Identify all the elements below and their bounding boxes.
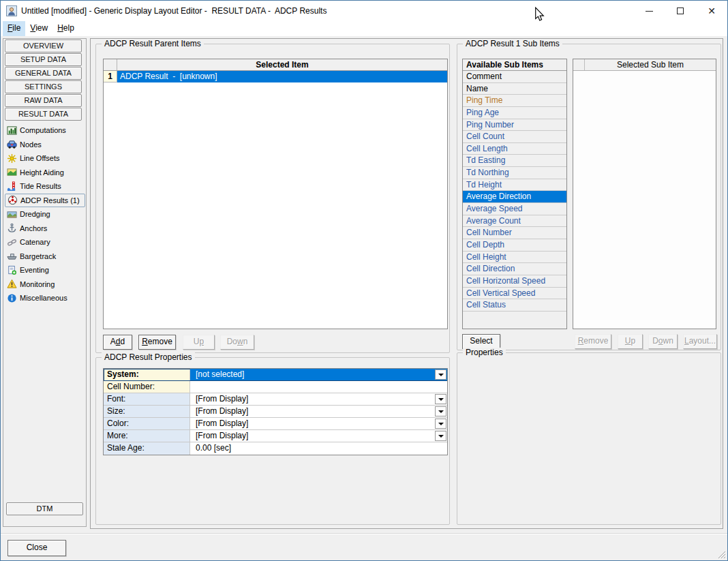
sub-item-cell-count[interactable]: Cell Count xyxy=(463,131,566,143)
footer-divider xyxy=(1,533,727,534)
property-value[interactable]: [not selected] xyxy=(190,369,447,380)
dropdown-button[interactable] xyxy=(435,431,446,441)
tide-results-icon xyxy=(7,181,17,192)
sidebar-section-settings[interactable]: SETTINGS xyxy=(5,80,82,93)
sidebar-section-setup-data[interactable]: SETUP DATA xyxy=(5,53,82,66)
sub-item-cell-vertical-speed[interactable]: Cell Vertical Speed xyxy=(463,288,566,300)
sidebar-item-miscellaneous[interactable]: Miscellaneous xyxy=(5,291,85,305)
computations-icon xyxy=(7,125,17,136)
sidebar-item-tide-results[interactable]: Tide Results xyxy=(5,179,85,194)
property-row-more: More:[From Display] xyxy=(104,430,447,442)
line-offsets-icon xyxy=(7,153,17,164)
close-window-button[interactable]: ✕ xyxy=(696,1,727,21)
sub-item-cell-direction[interactable]: Cell Direction xyxy=(463,263,566,275)
select-button[interactable]: Select xyxy=(462,334,500,349)
eventing-icon xyxy=(7,265,17,275)
sidebar-section-general-data[interactable]: GENERAL DATA xyxy=(5,67,82,80)
sub-item-cell-depth[interactable]: Cell Depth xyxy=(463,239,566,252)
menu-view[interactable]: View xyxy=(25,21,52,36)
up-sub-button: Up xyxy=(618,334,643,349)
sidebar-item-eventing[interactable]: Eventing xyxy=(5,263,85,277)
sub-item-average-count[interactable]: Average Count xyxy=(463,215,566,228)
sub-item-cell-horizontal-speed[interactable]: Cell Horizontal Speed xyxy=(463,275,566,288)
sub-item-td-easting[interactable]: Td Easting xyxy=(463,155,566,167)
sub-item-name[interactable]: Name xyxy=(463,83,566,95)
property-label: Size: xyxy=(104,406,190,417)
chevron-down-icon xyxy=(438,410,444,413)
sub-item-comment[interactable]: Comment xyxy=(463,71,566,83)
table-row[interactable]: 1ADCP Result - [unknown] xyxy=(104,71,447,82)
close-icon: ✕ xyxy=(708,6,716,16)
parent-items-group-label: ADCP Result Parent Items xyxy=(102,39,204,48)
available-sub-items-list[interactable]: Available Sub Items CommentNamePing Time… xyxy=(462,59,567,329)
resize-grip[interactable] xyxy=(716,549,726,559)
property-row-system: System:[not selected] xyxy=(104,369,447,381)
dropdown-button[interactable] xyxy=(435,406,446,416)
property-label: System: xyxy=(104,369,190,380)
maximize-icon xyxy=(677,7,684,14)
sub-item-cell-length[interactable]: Cell Length xyxy=(463,143,566,155)
remove-button[interactable]: Remove xyxy=(138,335,176,350)
sidebar-section-overview[interactable]: OVERVIEW xyxy=(5,40,82,52)
sidebar-item-monitoring[interactable]: Monitoring xyxy=(5,277,85,292)
property-value[interactable]: [From Display] xyxy=(190,393,447,405)
sidebar-item-label: Height Aiding xyxy=(20,168,64,177)
sub-item-td-height[interactable]: Td Height xyxy=(463,179,566,192)
chevron-down-icon xyxy=(438,435,444,438)
sub-item-ping-age[interactable]: Ping Age xyxy=(463,107,566,119)
row-index: 1 xyxy=(104,71,117,82)
sidebar-item-dredging[interactable]: Dredging xyxy=(5,207,85,222)
sidebar-item-computations[interactable]: Computations xyxy=(5,123,85,138)
height-aiding-icon xyxy=(7,167,17,177)
property-value[interactable]: [From Display] xyxy=(190,418,447,429)
sidebar-item-bargetrack[interactable]: Bargetrack xyxy=(5,249,85,264)
selected-sub-index-header xyxy=(573,59,585,70)
dtm-button[interactable]: DTM xyxy=(6,502,83,515)
add-button[interactable]: Add xyxy=(103,335,132,350)
sub-item-average-direction[interactable]: Average Direction xyxy=(463,191,566,203)
dropdown-button[interactable] xyxy=(435,394,446,404)
sidebar-item-line-offsets[interactable]: Line Offsets xyxy=(5,151,85,166)
sidebar-item-adcp-results-1[interactable]: ADCP Results (1) xyxy=(5,194,85,208)
minimize-button[interactable] xyxy=(633,1,665,21)
maximize-button[interactable] xyxy=(665,1,696,21)
result-properties-group: ADCP Result Properties System:[not selec… xyxy=(95,357,450,525)
sidebar-item-nodes[interactable]: Nodes xyxy=(5,138,85,152)
monitoring-icon xyxy=(7,279,17,289)
sub-item-cell-status[interactable]: Cell Status xyxy=(463,299,566,312)
menu-file[interactable]: File xyxy=(3,21,25,36)
sub-item-average-speed[interactable]: Average Speed xyxy=(463,203,566,215)
sidebar-section-raw-data[interactable]: RAW DATA xyxy=(5,94,82,107)
right-properties-group-label: Properties xyxy=(463,348,506,357)
property-row-font: Font:[From Display] xyxy=(104,393,447,406)
selected-sub-items-list[interactable]: Selected Sub Item xyxy=(573,59,716,329)
property-value[interactable] xyxy=(190,381,447,393)
selected-item-table[interactable]: Selected Item 1ADCP Result - [unknown] xyxy=(103,59,448,329)
sidebar-item-anchors[interactable]: Anchors xyxy=(5,222,85,236)
sidebar-item-label: ADCP Results (1) xyxy=(20,196,80,204)
close-button[interactable]: Close xyxy=(7,540,66,556)
sidebar-item-catenary[interactable]: Catenary xyxy=(5,235,85,249)
window-title: Untitled [modified] - Generic Display La… xyxy=(21,6,327,16)
property-label: Font: xyxy=(104,393,190,405)
sub-item-ping-number[interactable]: Ping Number xyxy=(463,119,566,132)
chevron-down-icon xyxy=(438,398,444,401)
bargetrack-icon xyxy=(7,251,17,261)
dropdown-button[interactable] xyxy=(435,419,446,429)
selected-item-column-header: Selected Item xyxy=(117,59,447,70)
property-value[interactable]: [From Display] xyxy=(190,406,447,417)
catenary-icon xyxy=(7,237,17,247)
sidebar-item-height-aiding[interactable]: Height Aiding xyxy=(5,166,85,180)
sub-item-cell-height[interactable]: Cell Height xyxy=(463,252,566,264)
sidebar-item-label: Catenary xyxy=(20,238,50,246)
property-row-stale-age: Stale Age:0.00 [sec] xyxy=(104,442,447,455)
property-value[interactable]: [From Display] xyxy=(190,430,447,442)
sidebar-section-result-data[interactable]: RESULT DATA xyxy=(5,108,82,121)
sub-item-ping-time[interactable]: Ping Time xyxy=(463,95,566,107)
menu-help[interactable]: Help xyxy=(52,21,79,36)
sub-item-cell-number[interactable]: Cell Number xyxy=(463,227,566,239)
property-label: Stale Age: xyxy=(104,442,190,455)
dropdown-button[interactable] xyxy=(435,369,446,380)
property-value[interactable]: 0.00 [sec] xyxy=(190,442,447,455)
sub-item-td-northing[interactable]: Td Northing xyxy=(463,167,566,179)
